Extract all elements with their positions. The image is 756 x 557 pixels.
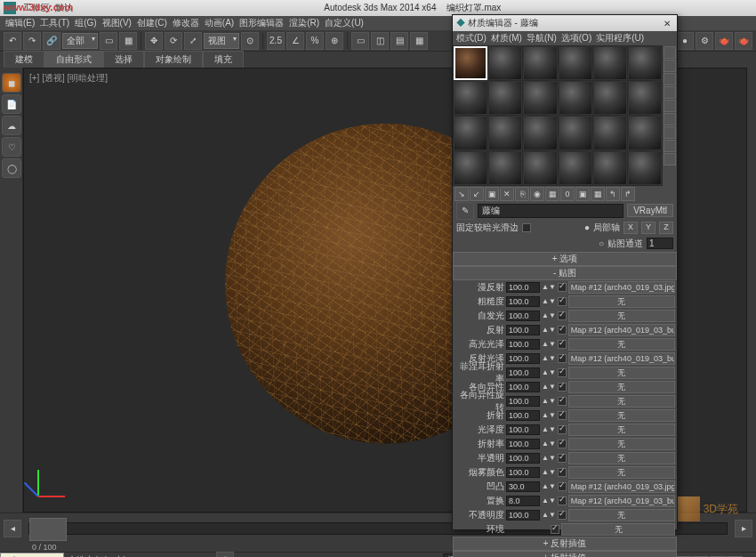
select-name-icon[interactable]: ▦ <box>119 32 137 50</box>
material-name-input[interactable] <box>478 204 623 218</box>
map-slot-button[interactable]: 无 <box>568 424 675 436</box>
mirror-icon[interactable]: ◫ <box>371 32 389 50</box>
mat-menu-material[interactable]: 材质(M) <box>489 32 524 44</box>
make-unique-icon[interactable]: ◉ <box>530 187 544 201</box>
map-amount[interactable]: 100.0 <box>506 325 540 335</box>
maxscript-listener[interactable]: actionMan.exec <box>0 553 64 557</box>
map-enable-check[interactable] <box>558 283 567 292</box>
menu-view[interactable]: 视图(V) <box>101 17 133 29</box>
map-enable-check[interactable] <box>558 482 567 491</box>
menu-grapheditor[interactable]: 图形编辑器 <box>237 17 286 29</box>
map-slot-button[interactable]: 无 <box>568 409 675 422</box>
swatch[interactable] <box>488 46 522 80</box>
snap-icon[interactable]: 2.5 <box>267 32 285 50</box>
menu-group[interactable]: 组(G) <box>73 17 98 29</box>
mat-menu-util[interactable]: 实用程序(U) <box>594 32 646 44</box>
cube-icon[interactable]: ◼ <box>2 73 21 93</box>
redo-icon[interactable]: ↷ <box>23 32 41 50</box>
undo-icon[interactable]: ↶ <box>4 32 21 50</box>
link-icon[interactable]: 🔗 <box>43 32 60 50</box>
swatch[interactable] <box>628 46 662 80</box>
close-icon[interactable]: ✕ <box>661 19 673 28</box>
map-slot-button[interactable]: Map #12 (arch40_019_03.jpg) <box>568 281 675 294</box>
tab-selection[interactable]: 选择 <box>103 51 144 69</box>
swatch[interactable] <box>593 46 627 80</box>
show-in-vp-icon[interactable]: ▣ <box>575 187 590 201</box>
align-icon[interactable]: ▤ <box>390 32 408 50</box>
map-slot-button[interactable]: 无 <box>561 523 675 536</box>
swatch[interactable] <box>454 81 487 115</box>
mat-editor-titlebar[interactable]: ◆ 材质编辑器 - 藤编 ✕ <box>453 15 677 31</box>
map-amount[interactable]: 100.0 <box>506 311 540 321</box>
menu-animation[interactable]: 动画(A) <box>203 17 236 29</box>
background-icon[interactable] <box>664 73 676 85</box>
map-slot-button[interactable]: Map #12 (arch40_019_03.jpg) <box>568 480 675 493</box>
heart-icon[interactable]: ♡ <box>2 137 21 157</box>
pick-material-icon[interactable]: ✎ <box>456 202 474 220</box>
map-enable-check[interactable] <box>558 340 567 349</box>
map-slot-button[interactable]: 无 <box>568 338 675 351</box>
map-enable-check[interactable] <box>558 311 567 320</box>
swatch[interactable] <box>454 116 487 149</box>
sample-type-icon[interactable] <box>664 46 676 59</box>
render-setup-icon[interactable]: ⚙ <box>696 32 713 50</box>
section-refr-interp[interactable]: + 折射插值 <box>453 551 677 557</box>
swatch[interactable] <box>488 151 522 185</box>
go-parent-icon[interactable]: ↰ <box>606 187 620 201</box>
map-enable-check[interactable] <box>558 454 567 463</box>
map-amount[interactable]: 100.0 <box>506 439 540 449</box>
map-slot-button[interactable]: 无 <box>568 310 675 322</box>
rotate-icon[interactable]: ⟳ <box>165 32 182 50</box>
fixed-dark-check[interactable] <box>522 223 531 232</box>
scale-icon[interactable]: ⤢ <box>184 32 202 50</box>
swatch-0[interactable] <box>454 46 487 80</box>
map-amount[interactable]: 100.0 <box>506 453 540 464</box>
map-enable-check[interactable] <box>558 440 567 448</box>
map-enable-check[interactable] <box>558 511 567 520</box>
map-channel-spinner[interactable]: 1 <box>647 238 673 249</box>
tab-freeform[interactable]: 自由形式 <box>44 51 103 69</box>
map-enable-check[interactable] <box>558 425 567 434</box>
map-amount[interactable]: 100.0 <box>506 282 540 293</box>
pivot-icon[interactable]: ⊙ <box>241 32 259 50</box>
axis-z-btn[interactable]: Z <box>659 222 673 234</box>
render-prod-icon[interactable]: 🫖 <box>735 32 752 50</box>
lock-icon[interactable]: 🔒 <box>216 552 234 557</box>
swatch[interactable] <box>628 116 662 149</box>
swatch[interactable] <box>559 81 592 115</box>
reset-icon[interactable]: ✕ <box>500 187 514 201</box>
map-amount[interactable]: 100.0 <box>506 410 540 421</box>
section-refl-interp[interactable]: + 反射插值 <box>453 537 677 551</box>
tab-populate[interactable]: 填充 <box>203 51 244 69</box>
map-slot-button[interactable]: 无 <box>568 295 675 308</box>
map-amount[interactable]: 100.0 <box>506 396 540 407</box>
ref-coord-dropdown[interactable]: 视图 <box>204 33 239 49</box>
menu-custom[interactable]: 自定义(U) <box>323 17 366 29</box>
swatch[interactable] <box>593 151 627 185</box>
swatch[interactable] <box>488 81 522 115</box>
mat-menu-options[interactable]: 选项(O) <box>559 32 593 44</box>
map-enable-check[interactable] <box>558 397 567 406</box>
video-check-icon[interactable] <box>664 100 676 112</box>
menu-edit[interactable]: 编辑(E) <box>4 17 36 29</box>
map-enable-check[interactable] <box>558 411 567 420</box>
map-amount[interactable]: 100.0 <box>506 424 540 435</box>
map-enable-check[interactable] <box>558 496 567 505</box>
timeline-next-icon[interactable]: ▸ <box>735 520 752 537</box>
material-type-button[interactable]: VRayMtl <box>627 204 673 217</box>
put-to-lib-icon[interactable]: ▦ <box>545 187 559 201</box>
map-slot-button[interactable]: 无 <box>568 452 675 464</box>
select-by-mat-icon[interactable] <box>664 140 676 152</box>
show-end-icon[interactable]: ▦ <box>591 187 605 201</box>
map-enable-check[interactable] <box>551 525 559 534</box>
move-icon[interactable]: ✥ <box>145 32 163 50</box>
map-amount[interactable]: 100.0 <box>506 339 540 350</box>
mat-menu-nav[interactable]: 导航(N) <box>525 32 559 44</box>
map-amount[interactable]: 8.0 <box>506 496 540 506</box>
menu-tools[interactable]: 工具(T) <box>38 17 71 29</box>
swatch[interactable] <box>523 81 557 115</box>
tab-objpaint[interactable]: 对象绘制 <box>144 51 203 69</box>
swatch[interactable] <box>454 151 487 185</box>
map-enable-check[interactable] <box>558 326 567 335</box>
menu-create[interactable]: 创建(C) <box>135 17 169 29</box>
